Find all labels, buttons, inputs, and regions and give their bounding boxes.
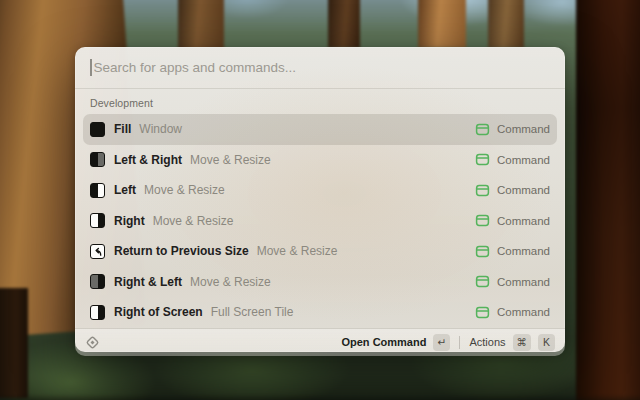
cmd-keycap[interactable]: ⌘ bbox=[513, 334, 532, 351]
search-bar bbox=[75, 47, 565, 88]
item-subtitle: Move & Resize bbox=[190, 153, 271, 167]
fill-icon bbox=[90, 122, 105, 137]
sequoia-trunk-right bbox=[576, 0, 640, 400]
sequoia-trunk-top bbox=[178, 0, 224, 50]
return-to-previous-size-icon bbox=[90, 244, 105, 259]
item-subtitle: Window bbox=[139, 122, 182, 136]
footer-divider bbox=[459, 336, 460, 349]
actions-button[interactable]: Actions bbox=[469, 336, 505, 348]
command-type-icon bbox=[475, 213, 490, 228]
left-and-right-icon bbox=[90, 152, 105, 167]
command-type-icon bbox=[475, 244, 490, 259]
open-command-button[interactable]: Open Command bbox=[341, 336, 426, 348]
k-keycap[interactable]: K bbox=[538, 334, 555, 351]
right-and-left-icon bbox=[90, 274, 105, 289]
command-type-icon bbox=[475, 122, 490, 137]
search-input[interactable] bbox=[94, 60, 551, 75]
list-item-right-and-left[interactable]: Right & Left Move & Resize Command bbox=[83, 267, 557, 298]
command-type-icon bbox=[475, 152, 490, 167]
left-icon bbox=[90, 183, 105, 198]
item-subtitle: Move & Resize bbox=[257, 244, 338, 258]
item-accessory: Command bbox=[497, 306, 550, 318]
item-accessory: Command bbox=[497, 215, 550, 227]
item-title: Left bbox=[114, 183, 136, 197]
item-title: Fill bbox=[114, 122, 131, 136]
command-type-icon bbox=[475, 305, 490, 320]
command-type-icon bbox=[475, 183, 490, 198]
item-accessory: Command bbox=[497, 123, 550, 135]
right-of-screen-icon bbox=[90, 305, 105, 320]
list-item-fill[interactable]: Fill Window Command bbox=[83, 114, 557, 145]
list-item-right-of-screen[interactable]: Right of Screen Full Screen Tile Command bbox=[83, 297, 557, 328]
sequoia-trunk-bottom bbox=[0, 288, 28, 398]
item-accessory: Command bbox=[497, 276, 550, 288]
sequoia-trunk-top bbox=[488, 0, 524, 48]
item-subtitle: Move & Resize bbox=[153, 214, 234, 228]
list-item-left[interactable]: Left Move & Resize Command bbox=[83, 175, 557, 206]
text-caret bbox=[90, 59, 92, 76]
wallpaper-floor-shadow bbox=[0, 394, 640, 400]
item-subtitle: Move & Resize bbox=[190, 275, 271, 289]
sequoia-trunk-top bbox=[418, 0, 466, 48]
item-subtitle: Move & Resize bbox=[144, 183, 225, 197]
item-title: Right bbox=[114, 214, 145, 228]
item-title: Left & Right bbox=[114, 153, 182, 167]
footer-bar: Open Command ↵ Actions ⌘ K bbox=[75, 328, 565, 356]
command-palette-window: Development Fill Window Command Left & R… bbox=[75, 47, 565, 352]
item-title: Right & Left bbox=[114, 275, 182, 289]
list-item-return-to-previous-size[interactable]: Return to Previous Size Move & Resize Co… bbox=[83, 236, 557, 267]
item-accessory: Command bbox=[497, 154, 550, 166]
raycast-logo-icon bbox=[85, 335, 100, 350]
command-type-icon bbox=[475, 274, 490, 289]
sequoia-trunk-top bbox=[328, 0, 360, 48]
list-item-left-and-right[interactable]: Left & Right Move & Resize Command bbox=[83, 145, 557, 176]
right-icon bbox=[90, 213, 105, 228]
item-title: Right of Screen bbox=[114, 305, 203, 319]
item-accessory: Command bbox=[497, 245, 550, 257]
item-accessory: Command bbox=[497, 184, 550, 196]
list-item-right[interactable]: Right Move & Resize Command bbox=[83, 206, 557, 237]
section-header: Development bbox=[75, 89, 565, 112]
command-list: Fill Window Command Left & Right Move & … bbox=[75, 112, 565, 328]
return-keycap[interactable]: ↵ bbox=[433, 334, 450, 351]
item-title: Return to Previous Size bbox=[114, 244, 249, 258]
item-subtitle: Full Screen Tile bbox=[211, 305, 294, 319]
